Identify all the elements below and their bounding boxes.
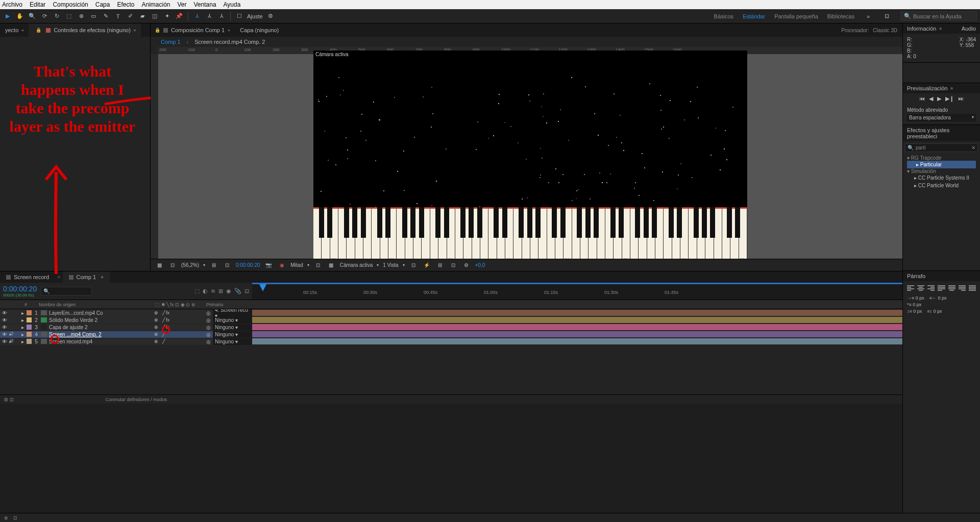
effects-panel-title[interactable]: Efectos y ajustes preestableci [907,127,976,139]
layout-icon[interactable]: ⊞ [209,261,218,270]
shortcut-dropdown[interactable]: Barra espaciadora ▾ [907,114,976,121]
parent-dropdown[interactable]: Ninguno ▾ [213,324,252,331]
layer-name[interactable]: LayerEm...cord.mp4 Co [48,310,153,316]
preview-play-icon[interactable]: ▶ [937,95,941,102]
workspace-bibliotecas[interactable]: Bibliotecas [827,13,854,19]
composition-canvas[interactable]: Cámara activa C0C1C2C3C4C5C6C7 [313,51,747,259]
tl-brain-icon[interactable]: ◉ [226,288,231,294]
visibility-icon[interactable]: 👁 [2,317,7,323]
tl-render-icon[interactable]: ⊡ [244,288,249,294]
transparency-icon[interactable]: ▦ [327,261,336,270]
justify-all-icon[interactable] [969,285,976,292]
world-axis-icon[interactable]: ⅄ [205,12,214,21]
exposure-reset-icon[interactable]: ⚙ [462,261,471,270]
timeline-layer-row[interactable]: 👁 ▸ 2 Sólido Medio Verde 2 ⊕ ╱ fx ◎Ningu… [0,316,980,324]
fx-cat-trapcode[interactable]: ▾ RG Trapcode [907,155,976,161]
local-axis-icon[interactable]: ⅄ [192,12,202,21]
preview-first-icon[interactable]: ⏮ [919,95,925,102]
visibility-icon[interactable]: 👁 [2,332,7,337]
parent-pickwhip-icon[interactable]: ◎ [206,332,211,337]
info-panel-title[interactable]: Información [907,26,936,32]
comp-breadcrumb-active[interactable]: Comp 1 [161,39,181,45]
camera-dropdown[interactable]: Cámara activa [340,262,373,268]
preview-prev-icon[interactable]: ◀ [929,95,933,102]
layer-name[interactable]: Capa de ajuste 2 [48,325,153,330]
eraser-tool-icon[interactable]: ◫ [150,12,159,21]
workspace-estandar[interactable]: Estándar [743,13,765,19]
fx-particular[interactable]: ▸ Particular [907,161,976,168]
menu-efecto[interactable]: Efecto [117,1,134,8]
composition-tab[interactable]: 🔒 Composición Comp 1≡ [155,27,230,33]
layer-name[interactable]: Sólido Medio Verde 2 [48,317,153,323]
preview-panel-title[interactable]: Previsualización [907,85,947,91]
effect-controls-tab[interactable]: 🔒 Controles de efectos (ninguno)≡ [29,23,141,37]
fx-cat-simulacion[interactable]: ▾ Simulación [907,168,976,174]
footer-text[interactable]: Conmutar definidores / modos [106,397,167,402]
preview-last-icon[interactable]: ⏭ [958,95,964,102]
puppet-tool-icon[interactable]: 📌 [175,12,184,21]
visibility-icon[interactable]: 👁 [2,325,7,330]
effects-search[interactable]: 🔍 parti ✕ [905,143,978,152]
parent-pickwhip-icon[interactable]: ◎ [206,317,211,323]
selection-tool-icon[interactable]: ▶ [3,12,12,21]
menu-composicion[interactable]: Composición [53,1,88,8]
timeline-layer-row[interactable]: 👁🔊 ▸ 4 Screen ...mp4 Comp. 2 ⊕ ╱ ◎Ningun… [0,331,980,338]
visibility-icon[interactable]: 👁 [2,339,7,344]
menu-capa[interactable]: Capa [95,1,110,8]
pen-tool-icon[interactable]: ✎ [101,12,110,21]
timeline-ruler[interactable]: 00:15s00:30s00:45s01:00s01:15s01:30s01:4… [252,283,967,300]
workspace-basicos[interactable]: Básicos [714,13,734,19]
menu-ventana[interactable]: Ventana [194,1,216,8]
zoom-tool-icon[interactable]: 🔍 [28,12,37,21]
camera-tool-icon[interactable]: ⬚ [64,12,74,21]
preview-next-icon[interactable]: ▶❙ [945,95,954,102]
visibility-icon[interactable]: 👁 [2,310,7,316]
parent-pickwhip-icon[interactable]: ◎ [206,339,211,344]
tl-motion-blur-icon[interactable]: ≋ [211,288,215,294]
workspace-pantalla[interactable]: Pantalla pequeña [774,13,818,19]
hand-tool-icon[interactable]: ✋ [15,12,24,21]
justify-last-left-icon[interactable] [938,285,945,292]
layer-tab[interactable]: Capa (ninguno) [240,27,279,33]
res-icon[interactable]: ⊡ [168,261,177,270]
justify-last-right-icon[interactable] [959,285,966,292]
paragraph-title[interactable]: Párrafo [903,271,980,281]
snap-checkbox[interactable]: ☐ [235,12,244,21]
tl-graph-icon[interactable]: ⊞ [218,288,223,294]
orbit-tool-icon[interactable]: ⟳ [40,12,49,21]
viewer-time[interactable]: 0:00:00:20 [236,262,260,268]
fx-cc-particle-world[interactable]: ▸ CC Particle World [907,182,976,189]
menu-archivo[interactable]: Archivo [2,1,22,8]
roto-tool-icon[interactable]: ✦ [162,12,172,21]
menu-animacion[interactable]: Animación [141,1,170,8]
align-center-icon[interactable] [917,285,924,292]
parent-dropdown[interactable]: Ninguno ▾ [213,331,252,338]
pixel-aspect-icon[interactable]: ⊡ [409,261,418,270]
menu-ayuda[interactable]: Ayuda [224,1,241,8]
parent-pickwhip-icon[interactable]: ◎ [206,310,211,316]
toggle-switches[interactable]: ⊞ ⊡ [4,397,14,402]
snap-nearby-icon[interactable]: ⚙ [266,12,275,21]
align-right-icon[interactable] [927,285,935,292]
comp-breadcrumb-2[interactable]: Screen record.mp4 Comp. 2 [194,39,265,45]
tl-shy-icon[interactable]: ⬚ [194,288,200,294]
exposure-value[interactable]: +0,0 [475,262,485,268]
brush-tool-icon[interactable]: ✐ [126,12,135,21]
timeline-layer-row[interactable]: 👁 ▸ 3 Capa de ajuste 2 ⊕ ╱ fx ◎Ninguno ▾ [0,324,980,331]
project-tab[interactable]: yecto≡ [0,23,29,37]
parent-dropdown[interactable]: Ninguno ▾ [213,338,252,345]
grid-icon[interactable]: ⊡ [223,261,232,270]
shape-tool-icon[interactable]: ▭ [89,12,98,21]
fx-cc-particle-systems[interactable]: ▸ CC Particle Systems II [907,174,976,182]
layer-name[interactable]: Screen ...mp4 Comp. 2 [48,332,153,337]
workspace-more-icon[interactable]: » [864,12,873,21]
channel-icon[interactable]: ◉ [277,261,286,270]
view-count[interactable]: 1 Vista [383,262,398,268]
timeline-layer-row[interactable]: 👁🔊 ▸ 5 Screen record.mp4 ⊕ ╱ ◎Ninguno ▾ [0,338,980,345]
layer-name[interactable]: Screen record.mp4 [48,339,153,344]
status-icon-2[interactable]: ⊡ [13,515,17,520]
help-search[interactable]: 🔍 Buscar en la Ayuda [900,11,977,21]
clear-search-icon[interactable]: ✕ [971,145,975,151]
clone-tool-icon[interactable]: ▰ [138,12,147,21]
tl-clip-icon[interactable]: 📎 [234,288,241,294]
